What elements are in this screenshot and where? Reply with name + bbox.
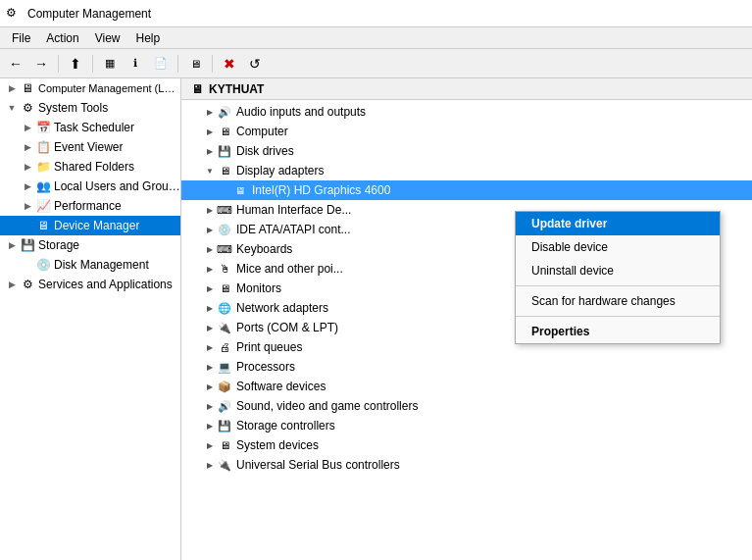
- device-sound-video[interactable]: ▶ 🔊 Sound, video and game controllers: [181, 396, 752, 416]
- icon-disk-drives: 💾: [217, 143, 232, 159]
- tree-item-root[interactable]: ▶ 🖥 Computer Management (Local): [0, 78, 180, 98]
- tree-item-device-manager[interactable]: 🖥 Device Manager: [0, 216, 180, 235]
- context-menu-disable-device[interactable]: Disable device: [516, 235, 720, 259]
- context-menu-scan-changes[interactable]: Scan for hardware changes: [516, 289, 720, 313]
- label-disable-device: Disable device: [531, 240, 608, 254]
- menu-action[interactable]: Action: [38, 29, 86, 47]
- icon-services-apps: ⚙: [20, 277, 35, 292]
- chevron-hid: ▶: [203, 206, 217, 215]
- label-disk-management: Disk Management: [54, 258, 149, 272]
- device-audio[interactable]: ▶ 🔊 Audio inputs and outputs: [181, 102, 752, 122]
- main-container: ▶ 🖥 Computer Management (Local) ▼ ⚙ Syst…: [0, 78, 752, 560]
- label-ide-ata: IDE ATA/ATAPI cont...: [236, 223, 350, 236]
- icon-usb-ctrl: 🔌: [217, 457, 232, 473]
- label-disk-drives: Disk drives: [236, 144, 294, 158]
- toolbar: ← → ⬆ ▦ ℹ 📄 🖥 ✖ ↺: [0, 49, 752, 78]
- label-monitors: Monitors: [236, 281, 281, 295]
- title-bar: ⚙ Computer Management: [0, 0, 752, 27]
- label-uninstall-device: Uninstall device: [531, 264, 614, 278]
- right-panel-header: 🖥 KYTHUAT: [181, 78, 752, 100]
- label-system-tools: System Tools: [38, 101, 108, 115]
- device-disk-drives[interactable]: ▶ 💾 Disk drives: [181, 141, 752, 161]
- context-menu-sep-2: [516, 316, 720, 317]
- chevron-disk-drives: ▶: [203, 147, 217, 156]
- label-local-users: Local Users and Groups: [54, 179, 180, 193]
- icon-local-users: 👥: [35, 178, 51, 194]
- icon-task-scheduler: 📅: [35, 120, 51, 135]
- device-display-adapters[interactable]: ▼ 🖥 Display adapters: [181, 161, 752, 180]
- label-display-adapters: Display adapters: [236, 164, 324, 178]
- icon-ports: 🔌: [217, 320, 232, 335]
- tree-item-task-scheduler[interactable]: ▶ 📅 Task Scheduler: [0, 118, 180, 137]
- context-menu-properties[interactable]: Properties: [516, 320, 720, 343]
- label-network: Network adapters: [236, 301, 328, 315]
- device-computer[interactable]: ▶ 🖥 Computer: [181, 122, 752, 141]
- label-scan-changes: Scan for hardware changes: [531, 294, 676, 308]
- toolbar-show-hide[interactable]: ▦: [98, 53, 122, 75]
- toolbar-new-window[interactable]: 🖥: [183, 53, 207, 75]
- chevron-system-devices: ▶: [203, 441, 217, 450]
- toolbar-sep-3: [177, 55, 178, 73]
- icon-storage-ctrl: 💾: [217, 418, 232, 433]
- tree-item-event-viewer[interactable]: ▶ 📋 Event Viewer: [0, 137, 180, 157]
- toolbar-forward[interactable]: →: [29, 53, 53, 75]
- label-usb-ctrl: Universal Serial Bus controllers: [236, 458, 400, 472]
- label-event-viewer: Event Viewer: [54, 140, 123, 154]
- chevron-print-queues: ▶: [203, 343, 217, 352]
- toolbar-delete[interactable]: ✖: [218, 53, 241, 75]
- icon-sound-video: 🔊: [217, 398, 232, 414]
- label-audio: Audio inputs and outputs: [236, 105, 366, 119]
- chevron-monitors: ▶: [203, 284, 217, 293]
- label-properties: Properties: [531, 325, 589, 338]
- chevron-mice: ▶: [203, 265, 217, 274]
- device-usb-controllers[interactable]: ▶ 🔌 Universal Serial Bus controllers: [181, 455, 752, 475]
- icon-audio: 🔊: [217, 104, 232, 120]
- label-processors: Processors: [236, 360, 295, 374]
- label-device-manager: Device Manager: [54, 219, 139, 232]
- tree-item-services-apps[interactable]: ▶ ⚙ Services and Applications: [0, 275, 180, 294]
- chevron-root: ▶: [4, 83, 20, 93]
- tree-item-system-tools[interactable]: ▼ ⚙ System Tools: [0, 98, 180, 118]
- context-menu-uninstall-device[interactable]: Uninstall device: [516, 259, 720, 282]
- chevron-performance: ▶: [20, 201, 35, 211]
- left-panel: ▶ 🖥 Computer Management (Local) ▼ ⚙ Syst…: [0, 78, 181, 560]
- device-storage-controllers[interactable]: ▶ 💾 Storage controllers: [181, 416, 752, 435]
- context-menu-update-driver[interactable]: Update driver: [516, 212, 720, 235]
- tree-item-local-users[interactable]: ▶ 👥 Local Users and Groups: [0, 177, 180, 196]
- label-shared-folders: Shared Folders: [54, 160, 134, 174]
- label-hid: Human Interface De...: [236, 203, 351, 217]
- label-software: Software devices: [236, 380, 326, 393]
- device-software[interactable]: ▶ 📦 Software devices: [181, 377, 752, 396]
- label-storage: Storage: [38, 238, 79, 252]
- icon-hid: ⌨: [217, 202, 232, 218]
- menu-help[interactable]: Help: [128, 29, 169, 47]
- icon-disk-management: 💿: [35, 257, 51, 273]
- icon-storage: 💾: [20, 237, 35, 253]
- toolbar-back[interactable]: ←: [4, 53, 27, 75]
- tree-item-storage[interactable]: ▶ 💾 Storage: [0, 235, 180, 255]
- device-intel-hd[interactable]: 🖥 Intel(R) HD Graphics 4600: [181, 180, 752, 200]
- device-processors[interactable]: ▶ 💻 Processors: [181, 357, 752, 377]
- toolbar-info[interactable]: ℹ: [124, 53, 147, 75]
- icon-root: 🖥: [20, 80, 35, 96]
- label-sound-video: Sound, video and game controllers: [236, 399, 418, 413]
- context-menu: Update driver Disable device Uninstall d…: [515, 211, 721, 344]
- tree-item-performance[interactable]: ▶ 📈 Performance: [0, 196, 180, 216]
- device-system-devices[interactable]: ▶ 🖥 System devices: [181, 435, 752, 455]
- icon-mice: 🖱: [217, 261, 232, 277]
- chevron-usb-ctrl: ▶: [203, 461, 217, 470]
- toolbar-properties[interactable]: 📄: [149, 53, 173, 75]
- icon-computer: 🖥: [217, 124, 232, 139]
- chevron-storage: ▶: [4, 240, 20, 250]
- menu-view[interactable]: View: [87, 29, 128, 47]
- chevron-shared-folders: ▶: [20, 162, 35, 172]
- icon-processors: 💻: [217, 359, 232, 375]
- chevron-local-users: ▶: [20, 181, 35, 191]
- chevron-processors: ▶: [203, 363, 217, 372]
- menu-file[interactable]: File: [4, 29, 38, 47]
- toolbar-refresh[interactable]: ↺: [243, 53, 267, 75]
- tree-item-shared-folders[interactable]: ▶ 📁 Shared Folders: [0, 157, 180, 177]
- right-header-text: KYTHUAT: [209, 82, 264, 96]
- toolbar-up[interactable]: ⬆: [64, 53, 87, 75]
- tree-item-disk-management[interactable]: 💿 Disk Management: [0, 255, 180, 275]
